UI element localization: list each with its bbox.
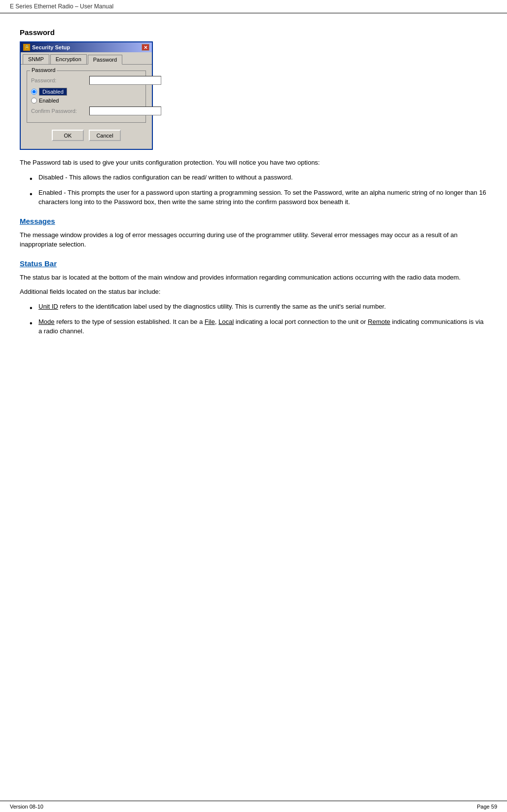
password-input[interactable] (89, 76, 161, 85)
tab-snmp[interactable]: SNMP (23, 54, 49, 64)
password-group-box: Password Password: Disabled Enable (27, 71, 146, 123)
radio-disabled-label: Disabled (39, 88, 67, 96)
bullet-dot-1: • (30, 173, 38, 185)
password-section-title: Password (20, 28, 487, 36)
password-field-label: Password: (31, 77, 85, 83)
dialog-title-text: Security Setup (32, 44, 70, 50)
mode-text-2: indicating a local port connection to th… (234, 318, 368, 325)
remote-underline: Remote (368, 318, 391, 325)
mode-text-1: refers to the type of session establishe… (55, 318, 205, 325)
page-content: Password 🔒 Security Setup ✕ SNMP Encrypt… (0, 13, 507, 336)
local-underline: Local (218, 318, 234, 325)
radio-enabled-row: Enabled (31, 98, 142, 104)
bullet-text-disabled: Disabled - This allows the radios config… (38, 173, 487, 185)
password-bullet-list: • Disabled - This allows the radios conf… (30, 173, 487, 207)
bullet-text-unit-id: Unit ID refers to the identification lab… (38, 302, 487, 314)
file-underline: File (205, 318, 215, 325)
dialog-title-left: 🔒 Security Setup (23, 44, 70, 51)
status-bar-para2: Additional fields located on the status … (20, 287, 487, 297)
confirm-password-input[interactable] (89, 106, 161, 115)
messages-section-title: Messages (20, 217, 487, 225)
unit-id-rest: refers to the identification label used … (58, 303, 386, 310)
bullet-dot-2: • (30, 188, 38, 207)
bullet-item-mode: • Mode refers to the type of session est… (30, 317, 487, 336)
confirm-password-field-row: Confirm Password: (31, 106, 142, 115)
bullet-text-enabled: Enabled - This prompts the user for a pa… (38, 188, 487, 207)
unit-id-underline: Unit ID (38, 303, 58, 310)
radio-disabled[interactable] (31, 89, 37, 95)
cancel-button[interactable]: Cancel (89, 130, 121, 141)
status-bar-section-title: Status Bar (20, 259, 487, 268)
radio-disabled-row: Disabled (31, 88, 142, 96)
bullet-dot-unit-id: • (30, 302, 38, 314)
messages-para: The message window provides a log of err… (20, 230, 487, 249)
dialog-button-row: OK Cancel (27, 127, 146, 143)
security-setup-dialog: 🔒 Security Setup ✕ SNMP Encryption Passw… (20, 41, 153, 150)
password-field-row: Password: (31, 76, 142, 85)
bullet-item-enabled: • Enabled - This prompts the user for a … (30, 188, 487, 207)
status-bar-bullet-list: • Unit ID refers to the identification l… (30, 302, 487, 336)
tab-encryption[interactable]: Encryption (50, 54, 87, 64)
dialog-tabs: SNMP Encryption Password (21, 52, 152, 65)
password-para: The Password tab is used to give your un… (20, 158, 487, 168)
tab-password[interactable]: Password (88, 55, 122, 65)
dialog-wrapper: 🔒 Security Setup ✕ SNMP Encryption Passw… (20, 41, 487, 150)
header-title: E Series Ethernet Radio – User Manual (10, 3, 113, 10)
status-bar-para1: The status bar is located at the bottom … (20, 273, 487, 282)
page-header: E Series Ethernet Radio – User Manual (0, 0, 507, 13)
password-group-label: Password (30, 67, 57, 73)
dialog-body: Password Password: Disabled Enable (21, 65, 152, 149)
dialog-title-bar: 🔒 Security Setup ✕ (21, 42, 152, 52)
bullet-item-disabled: • Disabled - This allows the radios conf… (30, 173, 487, 185)
footer-version: Version 08-10 (10, 804, 43, 810)
mode-underline: Mode (38, 318, 55, 325)
bullet-text-mode: Mode refers to the type of session estab… (38, 317, 487, 336)
bullet-dot-mode: • (30, 317, 38, 336)
radio-enabled-label: Enabled (39, 98, 59, 104)
ok-button[interactable]: OK (52, 130, 84, 141)
bullet-item-unit-id: • Unit ID refers to the identification l… (30, 302, 487, 314)
footer-page: Page 59 (477, 804, 497, 810)
radio-enabled[interactable] (31, 98, 37, 104)
mode-comma: , (215, 318, 218, 325)
dialog-close-button[interactable]: ✕ (142, 44, 149, 51)
page-footer: Version 08-10 Page 59 (0, 801, 507, 812)
confirm-password-label: Confirm Password: (31, 108, 85, 114)
dialog-icon: 🔒 (23, 44, 30, 51)
